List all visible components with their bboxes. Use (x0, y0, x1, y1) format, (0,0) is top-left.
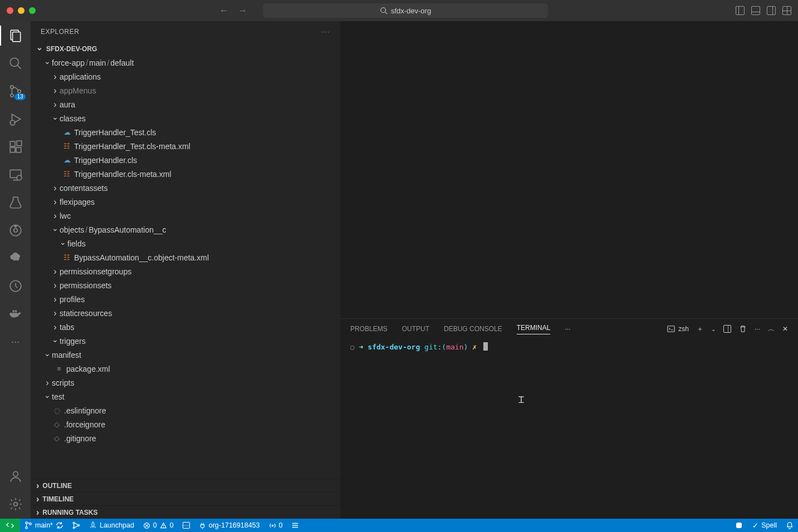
source-control-view-icon[interactable]: 13 (8, 83, 23, 99)
folder-permissionsetgroups[interactable]: permissionsetgroups (31, 264, 340, 278)
accounts-icon[interactable] (8, 469, 23, 484)
folder-objects[interactable]: objects/BypassAutomation__c (31, 223, 340, 237)
status-org[interactable]: org-1716918453 (194, 519, 265, 532)
testing-view-icon[interactable] (8, 195, 23, 210)
config-file-icon: ◇ (52, 420, 62, 428)
svg-point-4 (10, 58, 18, 66)
explorer-title: EXPLORER (41, 28, 79, 36)
chevron-right-icon (36, 481, 39, 491)
new-terminal-icon[interactable]: ＋ (697, 324, 703, 334)
toggle-primary-sidebar-icon[interactable] (736, 6, 745, 15)
timeline-activitybar-icon[interactable] (8, 278, 23, 294)
status-signal[interactable]: 0 (265, 519, 287, 532)
status-spell[interactable]: ✓ Spell (748, 519, 781, 532)
folder-contentassets[interactable]: contentassets (31, 181, 340, 195)
customize-layout-icon[interactable] (782, 6, 791, 15)
folder-aura[interactable]: aura (31, 97, 340, 111)
kill-terminal-icon[interactable] (739, 325, 747, 333)
run-debug-view-icon[interactable] (8, 111, 23, 127)
close-window[interactable] (7, 7, 13, 14)
folder-profiles[interactable]: profiles (31, 292, 340, 306)
terminal-profile[interactable]: zsh (667, 325, 689, 333)
xml-file-icon: ☷ (62, 170, 72, 178)
tab-output[interactable]: OUTPUT (402, 325, 429, 333)
file-triggerhandler-cls[interactable]: ☁TriggerHandler.cls (31, 153, 340, 167)
search-view-icon[interactable] (8, 56, 23, 71)
file-triggerhandler-test-meta[interactable]: ☷TriggerHandler_Test.cls-meta.xml (31, 139, 340, 153)
folder-scripts[interactable]: scripts (31, 376, 340, 390)
terminal-dropdown-icon[interactable]: ⌄ (711, 326, 716, 332)
tab-terminal[interactable]: TERMINAL (517, 324, 551, 334)
status-menu[interactable] (287, 519, 303, 532)
file-package-xml[interactable]: ≡package.xml (31, 362, 340, 376)
salesforce-view-icon[interactable] (8, 250, 23, 266)
explorer-header: EXPLORER ··· (31, 21, 340, 42)
status-graph[interactable] (68, 519, 85, 532)
remote-indicator[interactable] (0, 519, 20, 532)
terminal-body[interactable]: ○ ➜ sfdx-dev-org git:(main) ✗ Ꮖ (340, 339, 798, 519)
status-branch[interactable]: main* (20, 519, 68, 532)
gitlens-view-icon[interactable] (8, 223, 23, 238)
remote-explorer-icon[interactable] (8, 167, 23, 183)
panel-more-actions-icon[interactable]: ··· (755, 325, 760, 333)
folder-manifest[interactable]: manifest (31, 348, 340, 362)
folder-triggers[interactable]: triggers (31, 334, 340, 348)
config-file-icon: ◇ (52, 434, 62, 442)
folder-permissionsets[interactable]: permissionsets (31, 278, 340, 292)
docker-view-icon[interactable] (8, 306, 23, 322)
status-copilot[interactable] (730, 519, 748, 532)
maximize-panel-icon[interactable]: ︿ (768, 324, 775, 334)
command-center-search[interactable]: sfdx-dev-org (263, 3, 548, 18)
xml-file-icon: ☷ (62, 253, 72, 262)
folder-applications[interactable]: applications (31, 70, 340, 83)
file-bypass-object-meta[interactable]: ☷BypassAutomation__c.object-meta.xml (31, 250, 340, 264)
file-triggerhandler-test-cls[interactable]: ☁TriggerHandler_Test.cls (31, 125, 340, 139)
toggle-panel-icon[interactable] (751, 6, 760, 15)
status-notifications[interactable] (781, 519, 798, 532)
status-launchpad[interactable]: Launchpad (85, 519, 139, 532)
svg-point-36 (73, 522, 75, 524)
status-layout[interactable] (178, 519, 194, 532)
minimize-window[interactable] (18, 7, 25, 14)
explorer-more-icon[interactable]: ··· (321, 28, 330, 36)
tab-problems[interactable]: PROBLEMS (350, 325, 388, 333)
close-panel-icon[interactable]: ✕ (782, 325, 788, 333)
project-section[interactable]: SFDX-DEV-ORG (31, 42, 340, 56)
rocket-icon (89, 521, 97, 529)
folder-classes[interactable]: classes (31, 111, 340, 125)
folder-test[interactable]: test (31, 390, 340, 403)
panel-more-icon[interactable]: ··· (565, 325, 570, 333)
timeline-section[interactable]: TIMELINE (31, 492, 340, 505)
folder-lwc[interactable]: lwc (31, 209, 340, 223)
status-problems[interactable]: 0 0 (139, 519, 178, 532)
more-views-icon[interactable]: ··· (8, 334, 23, 349)
file-eslintignore[interactable]: ◌.eslintignore (31, 403, 340, 417)
nav-back[interactable]: ← (219, 6, 228, 16)
file-forceignore[interactable]: ◇.forceignore (31, 417, 340, 431)
folder-appmenus[interactable]: appMenus (31, 83, 340, 97)
settings-gear-icon[interactable] (8, 496, 23, 512)
toggle-secondary-sidebar-icon[interactable] (767, 6, 776, 15)
split-terminal-icon[interactable] (723, 325, 731, 333)
menu-icon (291, 521, 299, 529)
extensions-view-icon[interactable] (8, 139, 23, 155)
folder-flexipages[interactable]: flexipages (31, 195, 340, 209)
file-gitignore[interactable]: ◇.gitignore (31, 431, 340, 445)
panel-layout-icon (183, 522, 190, 529)
file-triggerhandler-meta[interactable]: ☷TriggerHandler.cls-meta.xml (31, 167, 340, 181)
svg-rect-32 (668, 326, 674, 332)
error-icon (143, 522, 150, 529)
running-tasks-section[interactable]: RUNNING TASKS (31, 505, 340, 519)
sync-icon[interactable] (56, 521, 63, 529)
svg-rect-28 (12, 311, 14, 312)
nav-forward[interactable]: → (238, 6, 247, 16)
explorer-view-icon[interactable] (8, 28, 23, 43)
maximize-window[interactable] (29, 7, 36, 14)
folder-fields[interactable]: fields (31, 237, 340, 250)
folder-force-app[interactable]: force-app/ main/ default (31, 56, 340, 70)
tab-debug-console[interactable]: DEBUG CONSOLE (444, 325, 502, 333)
text-file-icon: ≡ (54, 364, 64, 373)
folder-tabs[interactable]: tabs (31, 320, 340, 334)
folder-staticresources[interactable]: staticresources (31, 306, 340, 320)
outline-section[interactable]: OUTLINE (31, 479, 340, 492)
